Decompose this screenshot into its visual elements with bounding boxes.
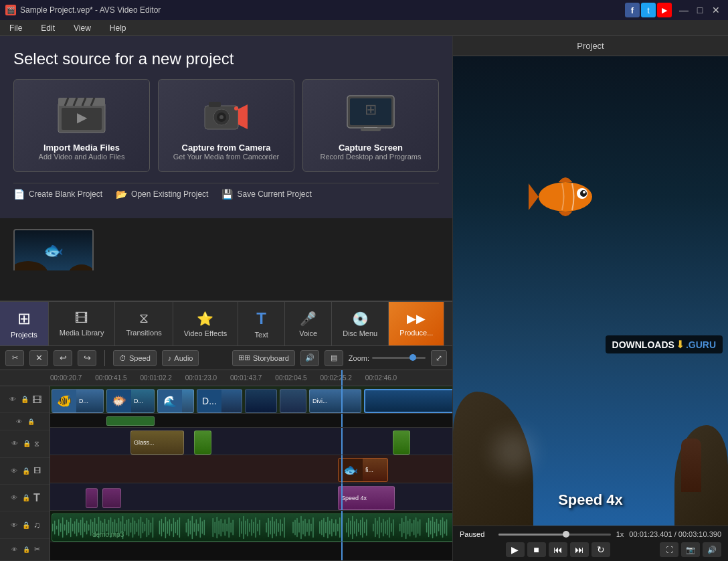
- video-clip-2[interactable]: 🐡 D...: [106, 389, 155, 413]
- speed-slider-area[interactable]: [498, 530, 611, 538]
- transition-clip-2[interactable]: [194, 430, 211, 455]
- svg-rect-155: [354, 521, 355, 534]
- watermark: DOWNLOADS ⬇ .GURU: [606, 335, 723, 353]
- svg-rect-179: [412, 523, 412, 532]
- maximize-button[interactable]: □: [693, 3, 707, 17]
- effect-clip-1[interactable]: [106, 416, 155, 426]
- video-clip-8[interactable]: [364, 389, 452, 413]
- video-clip-3[interactable]: 🌊: [157, 389, 194, 413]
- redo-button[interactable]: ↪: [78, 350, 96, 366]
- snapshot-button[interactable]: 📷: [681, 542, 700, 557]
- ruler-mark-0: 00:00:20.7: [50, 374, 88, 382]
- text-clip-speed[interactable]: Speed 4x: [338, 486, 395, 510]
- titlebar-controls: — □ ✕: [677, 3, 723, 17]
- lock-button-video[interactable]: 🔒: [20, 395, 29, 404]
- tab-projects[interactable]: ⊞ Projects: [0, 302, 49, 345]
- next-frame-button[interactable]: ⏭: [570, 542, 589, 557]
- lock-button-transition[interactable]: 🔒: [22, 439, 31, 449]
- svg-rect-65: [132, 517, 133, 538]
- lock-button-audio[interactable]: 🔒: [21, 520, 31, 530]
- audio-track-row: demo.mp3 for wave bars: [50, 511, 452, 542]
- import-media-option[interactable]: ▶ Import Media Files Add Video and Audio…: [13, 79, 150, 172]
- prev-frame-button[interactable]: ⏮: [549, 542, 567, 557]
- timeline-playhead[interactable]: [341, 370, 343, 386]
- eye-button-effect[interactable]: 👁: [14, 417, 23, 426]
- facebook-icon[interactable]: f: [625, 3, 640, 17]
- tab-produce[interactable]: ▶▶ Produce...: [389, 302, 444, 345]
- sample-project-thumb[interactable]: 🐟 Sample Project: [13, 229, 94, 270]
- eye-button-overlay[interactable]: 👁: [9, 466, 19, 475]
- volume-button[interactable]: 🔊: [703, 542, 721, 557]
- close-button[interactable]: ✕: [709, 3, 723, 17]
- eye-button-transition[interactable]: 👁: [10, 439, 19, 449]
- menu-edit[interactable]: Edit: [37, 22, 59, 34]
- audio-button[interactable]: ♪ Audio: [162, 350, 199, 366]
- minimize-button[interactable]: —: [677, 3, 691, 17]
- video-clip-4[interactable]: D...: [197, 389, 242, 413]
- tab-voice[interactable]: 🎤 Voice: [285, 302, 332, 345]
- tab-text[interactable]: T Text: [238, 302, 285, 345]
- zoom-slider[interactable]: [372, 357, 426, 359]
- track-headers: 👁 🔒 🎞 👁 🔒 👁 🔒 ⧖: [0, 386, 50, 561]
- stop-button[interactable]: ■: [527, 542, 546, 557]
- audio-mixer-button[interactable]: 🔊: [300, 350, 319, 366]
- loop-button[interactable]: ↻: [592, 542, 610, 557]
- fullscreen-button[interactable]: ⛶: [660, 542, 678, 557]
- menu-help[interactable]: Help: [106, 22, 130, 34]
- lock-button-extra[interactable]: 🔒: [22, 545, 31, 554]
- screen-option-sub: Record Desktop and Programs: [320, 153, 421, 161]
- menu-file[interactable]: File: [5, 22, 26, 34]
- svg-rect-97: [213, 518, 213, 538]
- svg-rect-177: [407, 520, 408, 534]
- save-current-action[interactable]: 💾 Save Current Project: [221, 189, 311, 199]
- svg-rect-124: [276, 519, 276, 537]
- text-clip-2[interactable]: [102, 488, 121, 508]
- underwater-scene: Speed 4x: [453, 56, 728, 526]
- video-clip-5[interactable]: [245, 389, 277, 413]
- tab-transitions[interactable]: ⧖ Transitions: [115, 302, 173, 345]
- svg-rect-38: [78, 522, 79, 532]
- svg-rect-105: [228, 517, 229, 538]
- svg-rect-182: [418, 521, 418, 534]
- undo-button[interactable]: ↩: [54, 350, 72, 366]
- expand-timeline-button[interactable]: ⤢: [431, 350, 447, 366]
- svg-rect-46: [94, 518, 95, 538]
- timeline-area: 00:00:20.7 00:00:41.5 00:01:02.2 00:01:2…: [0, 370, 452, 561]
- lock-button-overlay[interactable]: 🔒: [21, 466, 31, 475]
- tab-media-library[interactable]: 🎞 Media Library: [49, 302, 116, 345]
- open-existing-action[interactable]: 📂 Open Existing Project: [116, 189, 208, 199]
- speed-button[interactable]: ⏱ Speed: [113, 350, 157, 366]
- delete-button[interactable]: ✕: [29, 350, 48, 366]
- transition-clip-1[interactable]: Glass...: [130, 430, 184, 455]
- transition-clip-3[interactable]: [393, 430, 410, 455]
- eye-button-extra[interactable]: 👁: [10, 545, 19, 554]
- tab-disc-menu[interactable]: 💿 Disc Menu: [332, 302, 389, 345]
- overlay-clip-1[interactable]: 🐟 fi...: [338, 458, 388, 482]
- cut-button[interactable]: ✂: [5, 350, 24, 366]
- audio-clip-1[interactable]: demo.mp3 for wave bars: [52, 513, 452, 542]
- ruler-mark-1: 00:00:41.5: [88, 374, 133, 382]
- video-clip-1[interactable]: 🐠 D...: [52, 389, 104, 413]
- video-clip-6[interactable]: [280, 389, 306, 413]
- eye-button-audio[interactable]: 👁: [9, 520, 19, 530]
- video-clip-7[interactable]: Divi...: [309, 389, 361, 413]
- youtube-icon[interactable]: ▶: [657, 3, 672, 17]
- create-blank-action[interactable]: 📄 Create Blank Project: [13, 189, 102, 199]
- tab-video-effects[interactable]: ⭐ Video Effects: [173, 302, 238, 345]
- svg-marker-300: [529, 183, 539, 210]
- eye-button-video[interactable]: 👁: [8, 395, 17, 404]
- twitter-icon[interactable]: t: [641, 3, 656, 17]
- capture-screen-option[interactable]: ⊞ Capture Screen Record Desktop and Prog…: [302, 79, 439, 172]
- lock-button-effect[interactable]: 🔒: [26, 417, 35, 426]
- text-clip-1[interactable]: [86, 488, 98, 508]
- svg-rect-26: [54, 520, 55, 534]
- capture-camera-option[interactable]: Capture from Camera Get Your Media from …: [158, 79, 294, 172]
- menu-view[interactable]: View: [70, 22, 95, 34]
- play-button[interactable]: ▶: [506, 542, 525, 557]
- storyboard-button[interactable]: ⊞⊞ Storyboard: [232, 350, 295, 366]
- eye-button-text[interactable]: 👁: [9, 493, 19, 503]
- ruler-mark-7: 00:02:46.0: [359, 374, 403, 382]
- zoom-thumb: [410, 354, 416, 361]
- lock-button-text[interactable]: 🔒: [21, 493, 31, 503]
- view-options-button[interactable]: ▤: [325, 350, 343, 366]
